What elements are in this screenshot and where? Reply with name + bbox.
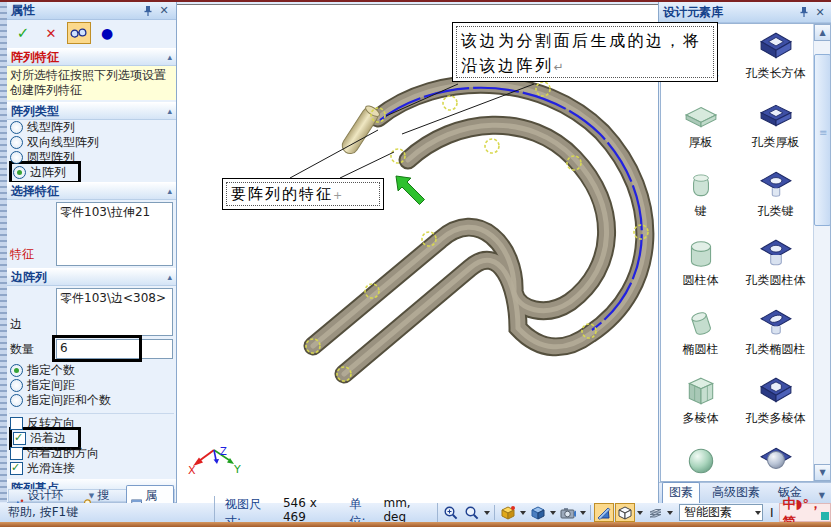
tab-advanced-primitives[interactable]: 高级图素 <box>706 483 766 503</box>
radio-option[interactable]: 线型阵列 <box>7 120 176 135</box>
catalog-item-hole-plate[interactable]: 孔类厚板 <box>738 95 813 164</box>
scrollbar-thumb[interactable] <box>814 54 831 226</box>
count-input[interactable]: 6 <box>56 339 173 359</box>
catalog-item-label: 厚板 <box>689 134 713 151</box>
radio-option[interactable]: 指定个数 <box>7 363 176 378</box>
radio-option[interactable]: 边阵列 <box>7 165 176 180</box>
dropdown-caret-icon[interactable] <box>637 511 643 518</box>
checkbox-option[interactable]: 沿着边 <box>7 431 176 446</box>
scroll-up-button[interactable]: ▲ <box>814 24 831 41</box>
dropdown-caret-icon[interactable] <box>484 511 490 518</box>
cancel-x-button[interactable]: ✕ <box>39 22 63 44</box>
option-label: 光滑连接 <box>27 460 75 477</box>
properties-toolbar: ✓ ✕ ● <box>7 20 176 46</box>
radio-icon[interactable] <box>13 166 26 179</box>
cylinder-icon <box>684 237 718 271</box>
collapse-icon[interactable]: ▴ <box>167 52 172 62</box>
radio-option[interactable]: 指定间距 <box>7 378 176 393</box>
catalog-scroll-area: 长方体孔类长方体厚板孔类厚板键孔类键圆柱体孔类圆柱体椭圆柱孔类椭圆柱多棱体孔类多… <box>660 23 831 482</box>
dropdown-caret-icon[interactable] <box>520 511 526 518</box>
hole-sphere-icon <box>759 444 793 478</box>
wireframe-cube-button[interactable] <box>615 503 635 522</box>
catalog-item-sphere[interactable]: 球体 <box>663 440 738 482</box>
clipped-field-text: I <box>770 506 774 520</box>
radio-icon[interactable] <box>10 364 23 377</box>
count-field-label: 数量 <box>10 341 56 358</box>
blue-cube-icon <box>530 505 546 521</box>
section-header-pattern-type[interactable]: 阵列类型 ▴ <box>7 102 176 120</box>
checkbox-icon[interactable] <box>10 447 23 460</box>
catalog-item-cylinder[interactable]: 圆柱体 <box>663 233 738 302</box>
annotation-edge-note[interactable]: 该边为分割面后生成的边，将沿该边阵列↵ <box>452 22 718 82</box>
catalog-item-hole-ellipse-cylinder[interactable]: 孔类椭圆柱 <box>738 302 813 371</box>
radio-icon[interactable] <box>10 121 23 134</box>
catalog-item-label: 孔类椭圆柱 <box>746 341 806 358</box>
preview-glasses-button[interactable] <box>67 22 91 44</box>
close-icon[interactable]: ✕ <box>812 5 828 20</box>
annotation-feature-note[interactable]: 要阵列的特征+ <box>222 178 384 210</box>
radio-option[interactable]: 双向线型阵列 <box>7 135 176 150</box>
catalog-item-hole-box[interactable]: 孔类长方体 <box>738 26 813 95</box>
divider <box>590 505 591 520</box>
combobox-caret-icon[interactable] <box>755 511 761 518</box>
camera-view-button[interactable] <box>558 503 578 522</box>
edge-field-label: 边 <box>10 288 56 336</box>
hole-box-icon <box>759 30 793 64</box>
hole-cylinder-icon <box>759 237 793 271</box>
catalog-item-label: 孔类圆柱体 <box>746 272 806 289</box>
collapse-icon[interactable]: ▴ <box>167 272 172 282</box>
scroll-down-button[interactable]: ▼ <box>814 464 831 481</box>
section-header-edge-pattern[interactable]: 边阵列 ▴ <box>7 268 176 286</box>
catalog-item-key[interactable]: 键 <box>663 164 738 233</box>
hole-ellipse-cylinder-icon <box>759 306 793 340</box>
smart-primitive-combobox[interactable]: 智能图素 <box>679 504 763 521</box>
checkbox-option[interactable]: 沿着边的方向 <box>7 446 176 461</box>
layers-button[interactable] <box>645 503 665 522</box>
zoom-tool-button[interactable] <box>462 503 482 522</box>
radio-option[interactable]: 指定间距和个数 <box>7 393 176 408</box>
pin-icon[interactable] <box>140 3 156 18</box>
radio-icon[interactable] <box>10 151 23 164</box>
catalog-item-ellipse-cylinder[interactable]: 椭圆柱 <box>663 302 738 371</box>
properties-panel: 属性 ✕ ✓ ✕ ● 阵列特征 ▴ 对所选特征按照下列选项设置创建阵列特征 阵列… <box>7 2 177 503</box>
checkbox-icon[interactable] <box>10 417 23 430</box>
catalog-grid: 长方体孔类长方体厚板孔类厚板键孔类键圆柱体孔类圆柱体椭圆柱孔类椭圆柱多棱体孔类多… <box>663 26 813 482</box>
checkbox-icon[interactable] <box>13 432 26 445</box>
anchor-mark: + <box>333 189 342 202</box>
ime-resize-handle[interactable] <box>821 512 829 520</box>
catalog-item-hole-sphere[interactable]: 孔类球体 <box>738 440 813 482</box>
catalog-item-plate[interactable]: 厚板 <box>663 95 738 164</box>
section-header-select-feature[interactable]: 选择特征 ▴ <box>7 182 176 200</box>
checkbox-option[interactable]: 光滑连接 <box>7 461 176 476</box>
close-icon[interactable]: ✕ <box>156 3 172 18</box>
dropdown-caret-icon[interactable] <box>550 511 556 518</box>
collapse-icon[interactable]: ▴ <box>167 106 172 116</box>
dropdown-caret-icon[interactable] <box>580 511 586 518</box>
ime-bar[interactable]: 中◗°，简 <box>779 503 831 522</box>
wireframe-cube-icon <box>617 505 633 521</box>
dropdown-caret-icon[interactable] <box>667 511 673 518</box>
tab-primitives[interactable]: 图素 <box>662 482 700 503</box>
radio-icon[interactable] <box>10 379 23 392</box>
pin-icon[interactable] <box>796 5 812 20</box>
zoom-in-button[interactable] <box>441 503 461 522</box>
section-header-pattern-feature[interactable]: 阵列特征 ▴ <box>7 48 176 66</box>
feature-listbox[interactable]: 零件103\拉伸21 <box>56 202 173 266</box>
catalog-item-hole-cylinder[interactable]: 孔类圆柱体 <box>738 233 813 302</box>
vertical-scrollbar[interactable]: ▲ ▼ <box>813 24 830 481</box>
application-window: 属性 ✕ ✓ ✕ ● 阵列特征 ▴ 对所选特征按照下列选项设置创建阵列特征 阵列… <box>0 0 831 527</box>
catalog-item-polyhedron[interactable]: 多棱体 <box>663 371 738 440</box>
collapse-icon[interactable]: ▴ <box>167 186 172 196</box>
edge-listbox[interactable]: 零件103\边<308> <box>56 288 173 336</box>
catalog-item-hole-key[interactable]: 孔类键 <box>738 164 813 233</box>
ok-check-button[interactable]: ✓ <box>11 22 35 44</box>
radio-icon[interactable] <box>10 136 23 149</box>
view-mode-button[interactable] <box>528 503 548 522</box>
render-wedge-button[interactable] <box>594 503 614 522</box>
catalog-item-label: 椭圆柱 <box>683 341 719 358</box>
radio-icon[interactable] <box>10 394 23 407</box>
catalog-item-hole-polyhedron[interactable]: 孔类多棱体 <box>738 371 813 440</box>
checkbox-icon[interactable] <box>10 462 23 475</box>
apply-dot-button[interactable]: ● <box>95 22 119 44</box>
anchor-view-button[interactable] <box>498 503 518 522</box>
